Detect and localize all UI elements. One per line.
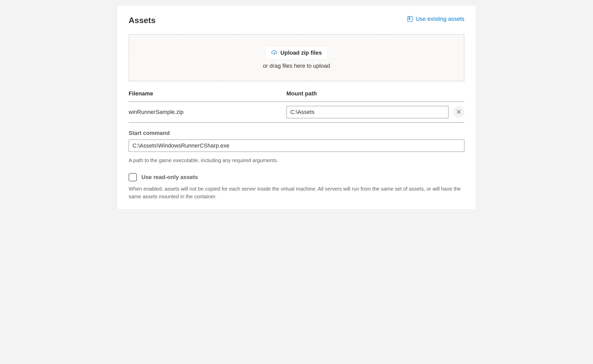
asset-row: winRunnerSample.zip [129, 102, 464, 123]
start-command-label: Start command [129, 130, 464, 136]
column-header-mountpath: Mount path [286, 90, 464, 97]
assets-panel: Assets Use existing assets [117, 5, 476, 210]
assets-table-header: Filename Mount path [129, 88, 464, 102]
use-existing-assets-label: Use existing assets [416, 16, 464, 22]
cloud-upload-icon [271, 50, 277, 55]
panel-title: Assets [129, 16, 156, 25]
svg-rect-3 [409, 18, 410, 20]
upload-zip-button[interactable]: Upload zip files [265, 46, 328, 60]
start-command-help: A path to the game executable, including… [129, 156, 464, 164]
zip-file-icon [407, 16, 413, 22]
panel-header: Assets Use existing assets [129, 16, 464, 25]
drag-hint-text: or drag files here to upload [263, 63, 330, 69]
upload-button-label: Upload zip files [280, 50, 322, 56]
readonly-assets-row: Use read-only assets [129, 173, 464, 181]
use-existing-assets-button[interactable]: Use existing assets [407, 16, 464, 22]
readonly-assets-help: When enabled, assets will not be copied … [129, 185, 464, 200]
close-icon [456, 110, 461, 115]
start-command-field: Start command A path to the game executa… [129, 130, 464, 164]
readonly-assets-checkbox[interactable] [129, 173, 137, 181]
upload-dropzone[interactable]: Upload zip files or drag files here to u… [129, 34, 464, 81]
readonly-assets-label[interactable]: Use read-only assets [141, 174, 198, 181]
start-command-input[interactable] [129, 140, 464, 152]
mount-path-input[interactable] [286, 106, 448, 118]
column-header-filename: Filename [129, 90, 286, 97]
asset-filename: winRunnerSample.zip [129, 109, 286, 115]
remove-asset-button[interactable] [453, 106, 464, 118]
